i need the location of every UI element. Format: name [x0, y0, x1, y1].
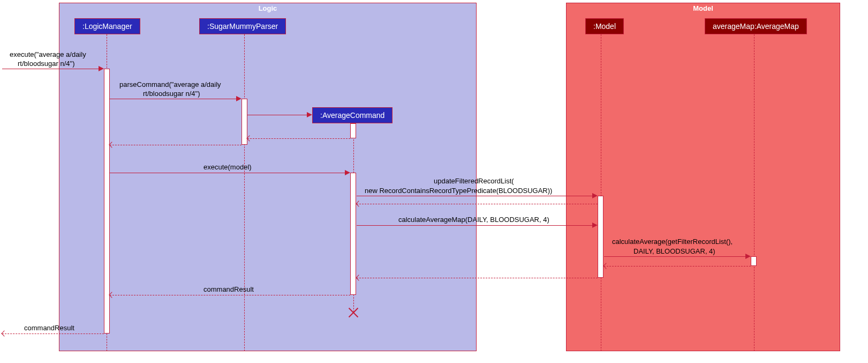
arrow-return-parser: [110, 145, 241, 145]
msg-parse-line1: parseCommand("average a/daily: [119, 80, 221, 88]
lifeline-parser: [244, 34, 245, 351]
participant-model: :Model: [585, 18, 624, 34]
msg-calc-map: calculateAverageMap(DAILY, BLOODSUGAR, 4…: [398, 216, 549, 224]
arrow-calc-map: [357, 225, 597, 226]
msg-cmd-result: commandResult: [203, 285, 254, 293]
arrowhead-calc-avg: [745, 254, 751, 259]
arrow-cmd-result: [110, 295, 350, 295]
msg-cmd-result-out: commandResult: [24, 324, 74, 332]
arrow-return-ctor: [247, 138, 350, 139]
arrow-return-update: [357, 204, 598, 204]
msg-execute-in-line2: rt/bloodsugar n/4"): [18, 60, 75, 68]
arrowhead-update: [592, 193, 598, 198]
arrow-exec-model: [110, 173, 349, 173]
arrow-create-avgcmd: [247, 115, 311, 115]
arrowhead-create-avgcmd: [307, 112, 312, 117]
arrow-cmd-result-out: [2, 334, 104, 334]
msg-parse-line2: rt/bloodsugar n/4"): [143, 90, 200, 98]
msg-exec-model: execute(model): [203, 163, 252, 171]
arrowhead-execute-in: [99, 66, 104, 71]
arrow-update: [357, 196, 597, 196]
arrowhead-cmd-result-out: [1, 330, 7, 336]
arrow-parse: [110, 99, 240, 99]
activation-avg-cmd-2: [350, 173, 356, 295]
arrowhead-parse: [236, 96, 241, 101]
msg-update-line2: new RecordContainsRecordTypePredicate(BL…: [365, 187, 552, 195]
logic-title: Logic: [259, 3, 277, 13]
participant-avg-map: averageMap:AverageMap: [705, 18, 807, 34]
lifeline-avg-map: [754, 34, 754, 351]
arrow-calc-avg: [604, 256, 750, 257]
arrow-return-calc-avg: [604, 266, 751, 266]
lifeline-model: [601, 34, 601, 351]
arrow-return-calc-map: [357, 278, 598, 278]
destroy-avg-cmd: [347, 306, 360, 318]
participant-parser: :SugarMummyParser: [199, 18, 286, 34]
activation-logic-manager: [104, 69, 110, 334]
msg-update-line1: updateFilteredRecordList(: [434, 177, 514, 185]
arrow-execute-in: [2, 69, 103, 69]
msg-calc-avg-line1: calculateAverage(getFilterRecordList(),: [612, 238, 733, 246]
arrowhead-calc-map: [592, 223, 598, 228]
model-title: Model: [693, 3, 713, 13]
msg-calc-avg-line2: DAILY, BLOODSUGAR, 4): [633, 247, 715, 255]
participant-avg-cmd: :AverageCommand: [312, 107, 393, 123]
logic-container: Logic: [59, 3, 477, 351]
participant-logic-manager: :LogicManager: [74, 18, 140, 34]
msg-execute-in-line1: execute("average a/daily: [10, 50, 86, 58]
model-container: Model: [566, 3, 840, 351]
activation-avg-cmd-1: [350, 123, 356, 138]
arrowhead-exec-model: [345, 170, 350, 175]
activation-avg-map: [751, 256, 757, 266]
